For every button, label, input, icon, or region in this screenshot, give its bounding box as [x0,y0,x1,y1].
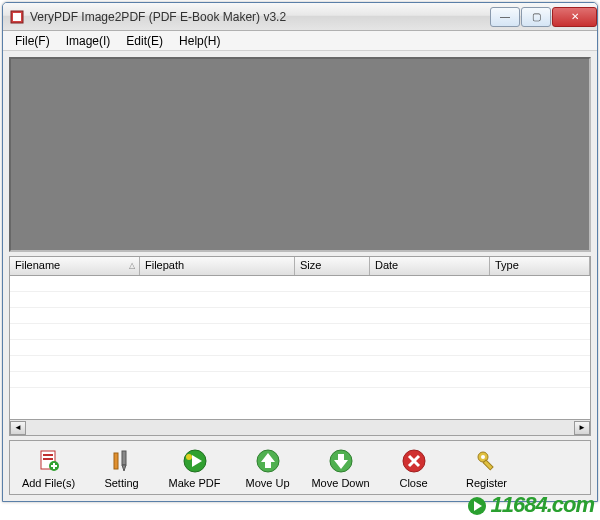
list-row [10,292,590,308]
window-title: VeryPDF Image2PDF (PDF E-Book Maker) v3.… [30,10,489,24]
menu-edit[interactable]: Edit(E) [118,32,171,50]
list-row [10,324,590,340]
col-size[interactable]: Size [295,257,370,275]
move-up-button[interactable]: Move Up [231,443,304,493]
close-icon [400,447,428,475]
watermark-text: 11684.com [490,492,594,517]
list-row [10,340,590,356]
menu-bar: File(F) Image(I) Edit(E) Help(H) [3,31,597,51]
move-down-label: Move Down [311,477,369,489]
list-body[interactable] [9,276,591,420]
sort-arrow-icon: △ [129,261,135,270]
register-label: Register [466,477,507,489]
horizontal-scrollbar[interactable]: ◄ ► [9,420,591,436]
list-header: Filename △ Filepath Size Date Type [9,256,591,276]
maximize-button[interactable]: ▢ [521,7,551,27]
make-pdf-icon [181,447,209,475]
col-filename[interactable]: Filename △ [10,257,140,275]
setting-button[interactable]: Setting [85,443,158,493]
svg-point-11 [186,454,192,460]
window-controls: — ▢ ✕ [489,7,597,27]
menu-help[interactable]: Help(H) [171,32,228,50]
list-row [10,356,590,372]
move-down-button[interactable]: Move Down [304,443,377,493]
close-button[interactable]: Close [377,443,450,493]
minimize-button[interactable]: — [490,7,520,27]
svg-marker-8 [122,465,126,471]
scroll-left-button[interactable]: ◄ [10,421,26,435]
col-filepath[interactable]: Filepath [140,257,295,275]
add-files-label: Add File(s) [22,477,75,489]
svg-rect-4 [43,458,53,460]
menu-image[interactable]: Image(I) [58,32,119,50]
app-window: VeryPDF Image2PDF (PDF E-Book Maker) v3.… [2,2,598,502]
title-bar[interactable]: VeryPDF Image2PDF (PDF E-Book Maker) v3.… [3,3,597,31]
toolbar: Add File(s) Setting Make PDF Move Up [9,440,591,495]
move-up-label: Move Up [245,477,289,489]
menu-file[interactable]: File(F) [7,32,58,50]
svg-rect-7 [122,451,126,465]
scroll-right-button[interactable]: ► [574,421,590,435]
svg-rect-1 [13,13,21,21]
preview-panel [9,57,591,252]
add-file-icon [35,447,63,475]
list-row [10,308,590,324]
client-area: Filename △ Filepath Size Date Type ◄ [3,51,597,501]
col-type[interactable]: Type [490,257,590,275]
list-row [10,372,590,388]
svg-rect-19 [483,460,493,470]
register-icon [473,447,501,475]
close-window-button[interactable]: ✕ [552,7,597,27]
register-button[interactable]: Register [450,443,523,493]
make-pdf-label: Make PDF [169,477,221,489]
watermark: 11684.com [466,492,594,518]
close-label: Close [399,477,427,489]
svg-point-18 [481,455,485,459]
watermark-icon [466,495,488,517]
col-date[interactable]: Date [370,257,490,275]
make-pdf-button[interactable]: Make PDF [158,443,231,493]
add-files-button[interactable]: Add File(s) [12,443,85,493]
file-list-panel: Filename △ Filepath Size Date Type ◄ [9,256,591,436]
move-down-icon [327,447,355,475]
app-icon [9,9,25,25]
setting-icon [108,447,136,475]
svg-rect-3 [43,454,53,456]
move-up-icon [254,447,282,475]
setting-label: Setting [104,477,138,489]
col-filename-label: Filename [15,259,60,271]
list-row [10,276,590,292]
svg-rect-6 [114,453,118,469]
